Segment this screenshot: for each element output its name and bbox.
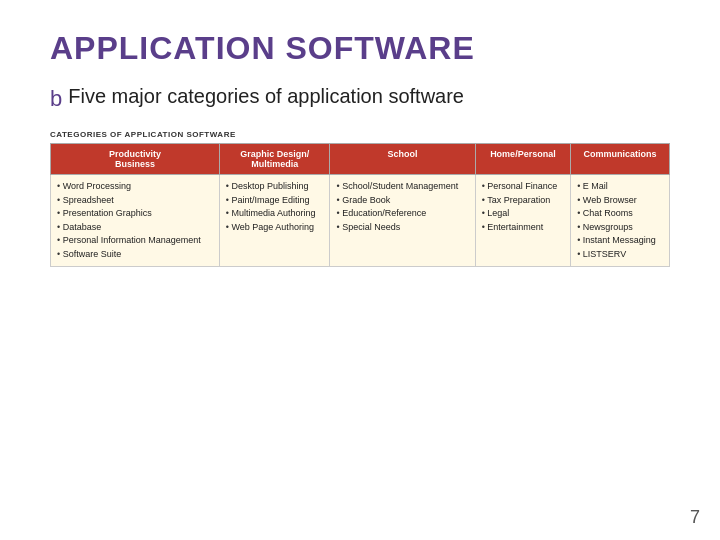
list-item: Grade Book [336, 194, 468, 208]
list-item: Presentation Graphics [57, 207, 213, 221]
bullet-symbol: b [50, 86, 62, 112]
list-item: Newsgroups [577, 221, 663, 235]
list-item: Instant Messaging [577, 234, 663, 248]
col-communications: E MailWeb BrowserChat RoomsNewsgroupsIns… [571, 175, 670, 267]
col-graphic: Desktop PublishingPaint/Image EditingMul… [219, 175, 330, 267]
col-home: Personal FinanceTax PreparationLegalEnte… [475, 175, 571, 267]
list-item: Desktop Publishing [226, 180, 324, 194]
bullet-point: b Five major categories of application s… [50, 85, 670, 112]
header-home: Home/Personal [475, 144, 571, 175]
list-item: Multimedia Authoring [226, 207, 324, 221]
col-school: School/Student ManagementGrade BookEduca… [330, 175, 475, 267]
list-item: LISTSERV [577, 248, 663, 262]
list-item: Entertainment [482, 221, 565, 235]
list-item: Personal Information Management [57, 234, 213, 248]
list-item: Chat Rooms [577, 207, 663, 221]
header-productivity: ProductivityBusiness [51, 144, 220, 175]
list-item: Special Needs [336, 221, 468, 235]
page-number: 7 [690, 507, 700, 528]
slide-title: APPLICATION SOFTWARE [50, 30, 670, 67]
list-item: School/Student Management [336, 180, 468, 194]
list-item: Paint/Image Editing [226, 194, 324, 208]
bullet-text: Five major categories of application sof… [68, 85, 464, 108]
list-item: Tax Preparation [482, 194, 565, 208]
col-productivity: Word ProcessingSpreadsheetPresentation G… [51, 175, 220, 267]
categories-label: CATEGORIES OF APPLICATION SOFTWARE [50, 130, 670, 139]
list-item: Spreadsheet [57, 194, 213, 208]
table-container: ProductivityBusiness Graphic Design/Mult… [50, 143, 670, 267]
header-school: School [330, 144, 475, 175]
list-item: Software Suite [57, 248, 213, 262]
list-item: E Mail [577, 180, 663, 194]
list-item: Web Browser [577, 194, 663, 208]
list-item: Personal Finance [482, 180, 565, 194]
slide: APPLICATION SOFTWARE b Five major catego… [0, 0, 720, 540]
list-item: Word Processing [57, 180, 213, 194]
header-graphic: Graphic Design/Multimedia [219, 144, 330, 175]
list-item: Legal [482, 207, 565, 221]
list-item: Education/Reference [336, 207, 468, 221]
list-item: Database [57, 221, 213, 235]
list-item: Web Page Authoring [226, 221, 324, 235]
header-communications: Communications [571, 144, 670, 175]
